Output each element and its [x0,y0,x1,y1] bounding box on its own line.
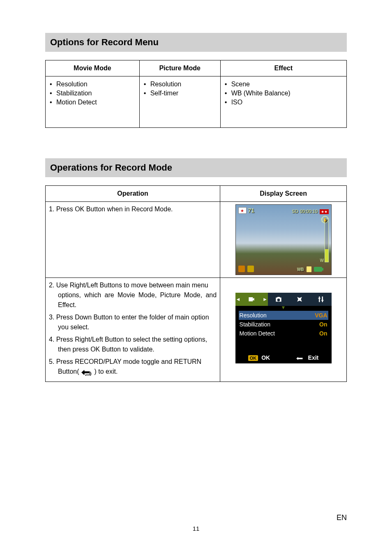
zoom-bar [325,219,329,262]
display-cell-2: ◄ ► [220,278,347,382]
col-movie-mode: Movie Mode [46,60,140,76]
col-operation: Operation [46,186,220,202]
step-5: 5. Press RECORD/PLAY mode toggle and RET… [49,357,217,377]
menu-screenshot: ◄ ► [235,293,332,363]
picture-tab-icon [268,293,289,306]
step-cell-1: 1. Press OK Button when in Record Mode. [46,202,220,278]
list-item: Scene [225,80,344,89]
step-1: 1. Press OK Button when in Record Mode. [49,204,217,214]
photo-count: 71 [248,207,255,214]
menu-row-label: Resolution [240,312,267,319]
language-code: EN [337,513,347,522]
operations-table: Operation Display Screen 1. Press OK But… [45,185,347,382]
return-icon [81,369,92,375]
menu-row-value: VGA [315,312,327,319]
options-table: Movie Mode Picture Mode Effect Resolutio… [45,60,347,128]
record-time: 00:00:10 [300,209,318,214]
ok-action: OK OK [248,354,270,361]
effect-tab-icon [289,293,311,306]
col-effect: Effect [220,60,346,76]
record-preview-screenshot: ★ 71 SD 00:00:10 ★★ ✋ [235,204,332,275]
list-item: ISO [225,98,344,107]
step-3: 3. Press Down Button to enter the folder… [49,312,217,332]
settings-tab-icon [310,293,332,306]
cell-movie-mode-items: Resolution Stabilization Motion Detect [46,76,140,128]
exit-action: Exit [296,354,319,361]
menu-row-value: On [319,330,327,337]
quality-badge-icon: ★★ [320,209,329,214]
right-arrow-icon: ► [262,293,268,306]
mode-icon [247,266,254,272]
sd-card-icon [307,266,311,272]
ok-badge-icon: OK [248,355,258,361]
list-item: Self-timer [144,89,218,98]
menu-row-value: On [319,321,327,328]
list-item: Resolution [144,80,218,89]
left-arrow-icon: ◄ [235,293,241,306]
menu-row-label: Motion Detect [240,330,275,337]
white-balance-indicator: WB [297,267,304,272]
col-picture-mode: Picture Mode [139,60,220,76]
battery-icon [314,267,322,272]
menu-row: Resolution VGA [239,311,328,320]
menu-row: Stabilization On [239,320,328,329]
down-caret-icon: ▼ [235,306,332,309]
page-number: 11 [0,525,392,532]
menu-row: Motion Detect On [239,329,328,338]
step-4: 4. Press Right/Left Button to select the… [49,335,217,354]
movie-tab-icon [241,293,263,306]
section-options-header: Options for Record Menu [45,33,347,52]
list-item: Motion Detect [50,98,137,107]
scene-icon [238,266,245,272]
cell-picture-mode-items: Resolution Self-timer [139,76,220,128]
list-item: WB (White Balance) [225,89,344,98]
list-item: Stabilization [50,89,137,98]
cell-effect-items: Scene WB (White Balance) ISO [220,76,346,128]
favorite-icon: ★ [238,207,247,214]
step-cell-2: 2. Use Right/Left Buttons to move betwee… [46,278,220,382]
display-cell-1: ★ 71 SD 00:00:10 ★★ ✋ [220,202,347,278]
return-icon [296,356,305,361]
step-2: 2. Use Right/Left Buttons to move betwee… [49,280,217,310]
col-display-screen: Display Screen [220,186,347,202]
section-operations-header: Operations for Record Mode [45,158,347,177]
storage-indicator: SD [292,209,298,214]
menu-row-label: Stabilization [240,321,271,328]
list-item: Resolution [50,80,137,89]
